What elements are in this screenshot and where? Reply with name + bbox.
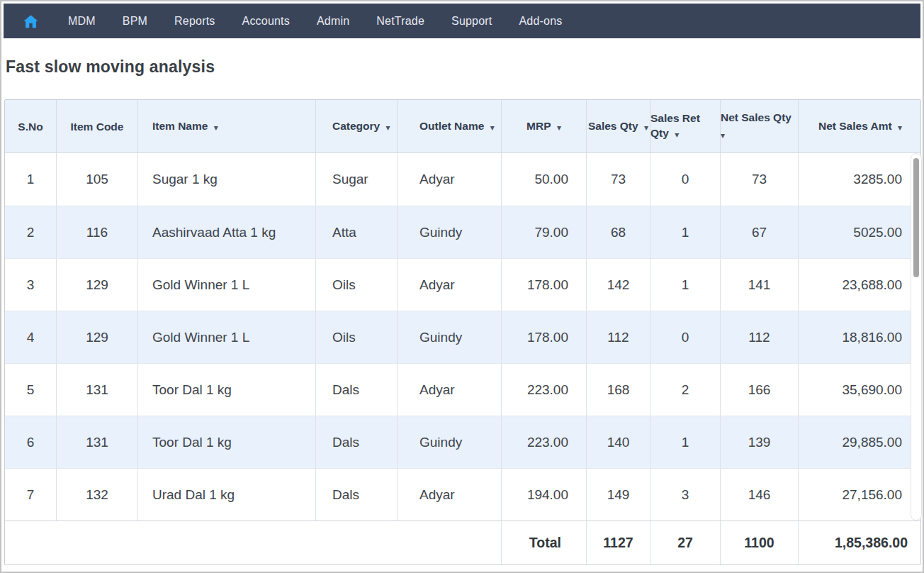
- cell-item_name: Aashirvaad Atta 1 kg: [137, 206, 315, 258]
- column-header-sales_qty[interactable]: Sales Qty ▾: [586, 100, 650, 152]
- cell-net_sales_qty: 73: [720, 153, 798, 206]
- sort-caret-icon: ▾: [488, 123, 494, 133]
- cell-item_code: 131: [56, 364, 137, 416]
- cell-net_sales_qty: 112: [720, 311, 798, 363]
- sort-caret-icon: ▾: [383, 123, 390, 133]
- cell-sales_ret_qty: 1: [650, 416, 720, 468]
- cell-mrp: 79.00: [501, 206, 586, 258]
- cell-sno: 4: [5, 311, 56, 363]
- cell-sno: 3: [5, 259, 56, 311]
- nav-item-mdm[interactable]: MDM: [55, 6, 109, 37]
- cell-outlet_name: Adyar: [397, 469, 501, 521]
- cell-item_code: 116: [56, 206, 137, 258]
- vertical-scrollbar[interactable]: [911, 153, 922, 521]
- column-header-sales_ret_qty[interactable]: Sales Ret Qty ▾: [650, 100, 720, 152]
- total-sales_ret_qty: 27: [650, 521, 720, 564]
- home-icon[interactable]: [16, 13, 45, 29]
- cell-mrp: 178.00: [501, 311, 586, 363]
- cell-mrp: 223.00: [501, 364, 586, 416]
- sort-caret-icon: ▾: [555, 123, 561, 133]
- cell-sales_ret_qty: 0: [650, 153, 720, 206]
- cell-net_sales_qty: 67: [720, 206, 798, 258]
- cell-item_code: 129: [56, 311, 137, 363]
- table-row: 2116Aashirvaad Atta 1 kgAttaGuindy79.006…: [5, 206, 911, 258]
- cell-mrp: 178.00: [501, 259, 586, 311]
- cell-outlet_name: Adyar: [397, 153, 501, 206]
- table-row: 1105Sugar 1 kgSugarAdyar50.00730733285.0…: [5, 153, 911, 206]
- nav-item-admin[interactable]: Admin: [303, 6, 363, 37]
- nav-item-nettrade[interactable]: NetTrade: [363, 6, 438, 37]
- cell-sno: 6: [5, 416, 56, 468]
- sort-caret-icon: ▾: [672, 130, 679, 140]
- report-table: S.NoItem CodeItem Name ▾Category ▾Outlet…: [4, 99, 921, 565]
- cell-outlet_name: Adyar: [397, 364, 501, 416]
- column-header-item_name[interactable]: Item Name ▾: [137, 100, 315, 152]
- column-header-label: S.No: [18, 119, 43, 134]
- column-header-net_sales_qty[interactable]: Net Sales Qty ▾: [720, 100, 798, 152]
- cell-sno: 2: [5, 206, 56, 258]
- cell-net_sales_amt: 27,156.00: [798, 469, 911, 521]
- sort-caret-icon: ▾: [642, 123, 648, 133]
- nav-menu: MDMBPMReportsAccountsAdminNetTradeSuppor…: [55, 6, 575, 37]
- cell-mrp: 194.00: [501, 469, 586, 521]
- cell-net_sales_qty: 139: [720, 416, 798, 468]
- table-row: 6131Toor Dal 1 kgDalsGuindy223.001401139…: [5, 416, 911, 468]
- cell-net_sales_amt: 35,690.00: [798, 364, 911, 416]
- table-row: 3129Gold Winner 1 LOilsAdyar178.00142114…: [5, 258, 911, 311]
- column-header-outlet_name[interactable]: Outlet Name ▾: [397, 100, 501, 152]
- scrollbar-thumb[interactable]: [913, 158, 919, 277]
- column-header-label: MRP ▾: [526, 118, 561, 135]
- column-header-label: Sales Ret Qty ▾: [650, 111, 720, 142]
- nav-item-support[interactable]: Support: [438, 6, 505, 37]
- cell-item_name: Sugar 1 kg: [137, 153, 315, 206]
- total-sales_qty: 1127: [586, 521, 650, 564]
- total-label: Total: [501, 521, 586, 564]
- cell-sales_ret_qty: 0: [650, 311, 720, 363]
- cell-sno: 5: [5, 364, 56, 416]
- page-title: Fast slow moving analysis: [6, 56, 920, 77]
- page: MDMBPMReportsAccountsAdminNetTradeSuppor…: [0, 0, 924, 573]
- cell-sales_ret_qty: 2: [650, 364, 720, 416]
- column-header-label: Item Code: [71, 119, 124, 134]
- cell-net_sales_qty: 166: [720, 364, 798, 416]
- nav-item-reports[interactable]: Reports: [161, 6, 228, 37]
- sort-caret-icon: ▾: [721, 130, 725, 140]
- cell-outlet_name: Guindy: [397, 311, 501, 363]
- total-net_sales_qty: 1100: [720, 521, 798, 564]
- cell-category: Dals: [315, 416, 397, 468]
- table-row: 4129Gold Winner 1 LOilsGuindy178.0011201…: [5, 311, 911, 363]
- column-header-label: Category ▾: [332, 118, 390, 135]
- table-rows: 1105Sugar 1 kgSugarAdyar50.00730733285.0…: [5, 153, 911, 521]
- cell-sales_ret_qty: 3: [650, 469, 720, 521]
- home-icon-glyph: [23, 13, 39, 29]
- cell-net_sales_amt: 18,816.00: [798, 311, 911, 363]
- cell-sales_qty: 142: [586, 259, 650, 311]
- column-header-category[interactable]: Category ▾: [315, 100, 397, 152]
- column-header-label: Sales Qty ▾: [588, 118, 648, 135]
- cell-item_code: 131: [56, 416, 137, 468]
- cell-sales_qty: 73: [586, 153, 650, 206]
- top-nav: MDMBPMReportsAccountsAdminNetTradeSuppor…: [4, 4, 920, 38]
- cell-mrp: 223.00: [501, 416, 586, 468]
- column-header-sno: S.No: [5, 100, 56, 152]
- sort-caret-icon: ▾: [211, 123, 218, 133]
- cell-sales_ret_qty: 1: [650, 206, 720, 258]
- nav-item-accounts[interactable]: Accounts: [229, 6, 303, 37]
- cell-item_code: 132: [56, 469, 137, 521]
- column-header-mrp[interactable]: MRP ▾: [501, 100, 586, 152]
- cell-sales_qty: 149: [586, 469, 650, 521]
- cell-item_code: 105: [56, 153, 137, 206]
- cell-net_sales_qty: 146: [720, 469, 798, 521]
- table-total-row: Total11272711001,85,386.00: [5, 521, 920, 564]
- table-header-row: S.NoItem CodeItem Name ▾Category ▾Outlet…: [5, 100, 920, 153]
- cell-item_name: Gold Winner 1 L: [137, 259, 315, 311]
- cell-sales_qty: 140: [586, 416, 650, 468]
- cell-item_name: Toor Dal 1 kg: [137, 416, 315, 468]
- column-header-net_sales_amt[interactable]: Net Sales Amt ▾: [798, 100, 922, 152]
- cell-category: Sugar: [315, 153, 397, 206]
- cell-sales_qty: 68: [586, 206, 650, 258]
- cell-net_sales_amt: 29,885.00: [798, 416, 911, 468]
- nav-item-add-ons[interactable]: Add-ons: [505, 6, 575, 37]
- nav-item-bpm[interactable]: BPM: [109, 6, 161, 37]
- cell-category: Dals: [315, 364, 397, 416]
